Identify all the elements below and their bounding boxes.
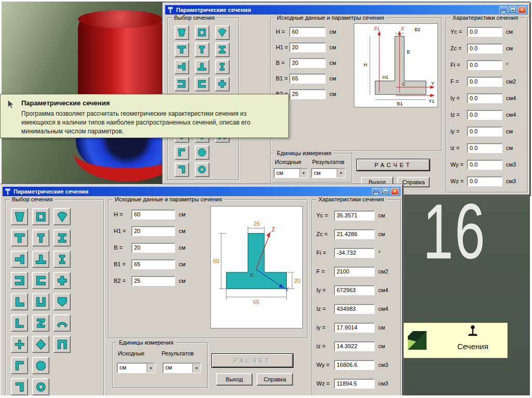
section-type-octagon-button[interactable]	[195, 145, 209, 160]
minimize-button[interactable]	[372, 188, 380, 195]
section-type-i-narrow-button[interactable]	[54, 251, 71, 268]
field-value-input[interactable]: 16806.6	[334, 360, 375, 370]
section-type-u-channel-button[interactable]	[32, 293, 49, 310]
title-bar[interactable]: Параметрические сечения ✕	[3, 187, 401, 196]
field-value-input[interactable]: 2100	[334, 267, 375, 277]
section-type-trapezoid-button[interactable]	[11, 208, 28, 225]
calculate-button[interactable]: РАСЧЕТ	[357, 159, 430, 171]
field-label: Iz =	[450, 112, 467, 118]
field-value-input[interactable]: 25	[289, 89, 326, 99]
field-value-input[interactable]: 434983	[334, 304, 375, 314]
section-type-tee-button[interactable]	[32, 229, 49, 246]
background-number: 16	[423, 193, 486, 270]
field-value-input[interactable]: 35.3571	[334, 211, 375, 221]
dropdown-arrow-icon[interactable]: ▼	[147, 363, 155, 373]
field-value-input[interactable]: 0.0	[467, 110, 502, 120]
field-value-input[interactable]: 11894.5	[334, 379, 375, 389]
section-type-pi-shape-button[interactable]	[54, 336, 71, 353]
maximize-button[interactable]	[381, 188, 390, 195]
section-type-corner-button[interactable]	[175, 162, 189, 177]
zee-icon	[34, 317, 47, 330]
section-type-ring-button[interactable]	[32, 378, 49, 395]
section-type-i-beam-button[interactable]	[54, 229, 71, 246]
field-value-input[interactable]: 21.4286	[334, 229, 375, 239]
section-type-octagon-button[interactable]	[32, 357, 49, 374]
cross-icon	[217, 78, 228, 89]
field-value-input[interactable]: 0.0	[467, 160, 502, 170]
field-value-input[interactable]: 0.0	[467, 60, 502, 70]
dropdown-arrow-icon[interactable]: ▼	[299, 169, 308, 177]
field-value-input[interactable]: 0.0	[467, 44, 502, 53]
field-value-input[interactable]: 0.0	[467, 77, 502, 87]
section-type-plus-button[interactable]	[11, 336, 28, 353]
units-result-select[interactable]: см ▼	[163, 363, 201, 373]
section-type-tee-inverted-button[interactable]	[195, 60, 209, 74]
field-label: H1 =	[114, 228, 131, 234]
minimize-button[interactable]	[499, 6, 508, 13]
section-type-tee-left-button[interactable]	[11, 251, 28, 268]
section-type-arc-button[interactable]	[54, 314, 71, 332]
units-source-select[interactable]: см ▼	[274, 168, 308, 178]
calculate-button[interactable]: РАСЧЕТ	[212, 354, 293, 367]
parameter-rows: H =60смH1 =20смB =20смB1 =65смB2 =25см	[276, 26, 336, 104]
section-type-sector-button[interactable]	[215, 25, 230, 40]
field-value-input[interactable]: 0.0	[467, 143, 502, 153]
dropdown-arrow-icon[interactable]: ▼	[337, 169, 345, 177]
section-type-ring-button[interactable]	[195, 162, 209, 177]
field-value-input[interactable]: 20	[131, 243, 175, 253]
field-value-input[interactable]: 25	[131, 276, 175, 286]
section-type-corner-button[interactable]	[11, 378, 28, 395]
close-button[interactable]: ✕	[518, 6, 526, 13]
section-type-bracket-button[interactable]	[175, 77, 189, 91]
field-value-input[interactable]: 60	[289, 27, 326, 37]
field-value-input[interactable]: -34.732	[334, 248, 375, 258]
field-value-input[interactable]: 17.9014	[334, 323, 375, 333]
units-result-select[interactable]: см ▼	[311, 168, 345, 178]
section-type-trapezoid-button[interactable]	[175, 25, 189, 40]
section-type-tee-wide-button[interactable]	[175, 43, 189, 57]
field-value-input[interactable]: 0.0	[467, 93, 502, 103]
section-type-gamma-button[interactable]	[175, 145, 189, 160]
section-type-channel-button[interactable]	[32, 272, 49, 289]
help-button[interactable]: Справка	[257, 373, 293, 386]
section-type-angle-button[interactable]	[11, 293, 28, 310]
field-value-input[interactable]: 60	[131, 210, 175, 219]
section-type-bracket-button[interactable]	[11, 272, 28, 289]
field-value-input[interactable]: 20	[131, 226, 175, 236]
field-value-input[interactable]: 672963	[334, 285, 375, 295]
field-value-input[interactable]: 0.0	[467, 27, 502, 37]
section-type-cross-button[interactable]	[215, 77, 230, 91]
section-type-box-hollow-button[interactable]	[32, 208, 49, 225]
section-card[interactable]: Сечения	[400, 323, 508, 358]
field-value-input[interactable]: 0.0	[467, 176, 502, 186]
section-type-gamma-button[interactable]	[11, 357, 28, 374]
section-type-tee-wide-button[interactable]	[11, 229, 28, 246]
field-value-input[interactable]: 20	[289, 43, 326, 52]
section-result-diagram: 25 60 20 65 Z Y C	[210, 206, 303, 328]
section-type-tee-left-button[interactable]	[175, 60, 189, 74]
dropdown-arrow-icon[interactable]: ▼	[192, 363, 201, 373]
exit-button[interactable]: Выход	[216, 373, 252, 386]
section-type-box-hollow-button[interactable]	[195, 25, 209, 40]
field-unit: см2	[378, 268, 388, 275]
section-type-angle-thin-button[interactable]	[11, 314, 28, 332]
section-type-arrow-down-button[interactable]	[54, 293, 71, 310]
section-type-i-narrow-button[interactable]	[215, 60, 230, 74]
title-bar[interactable]: Параметрические сечения ✕	[165, 5, 528, 15]
units-source-select[interactable]: см ▼	[117, 363, 155, 373]
section-type-tee-button[interactable]	[195, 43, 209, 57]
section-type-diamond-button[interactable]	[32, 336, 49, 353]
field-value-input[interactable]: 14.3922	[334, 341, 375, 351]
field-value-input[interactable]: 20	[289, 58, 326, 68]
section-type-cross-button[interactable]	[54, 272, 71, 289]
section-type-zee-button[interactable]	[32, 314, 49, 332]
field-value-input[interactable]: 65	[131, 259, 175, 269]
field-value-input[interactable]: 0.0	[467, 127, 502, 136]
maximize-button[interactable]	[509, 6, 517, 13]
section-type-channel-button[interactable]	[195, 77, 209, 91]
section-type-sector-button[interactable]	[54, 208, 71, 225]
section-type-i-beam-button[interactable]	[215, 43, 230, 57]
close-button[interactable]: ✕	[391, 188, 399, 195]
section-type-tee-inverted-button[interactable]	[32, 251, 49, 268]
field-value-input[interactable]: 65	[289, 74, 326, 84]
